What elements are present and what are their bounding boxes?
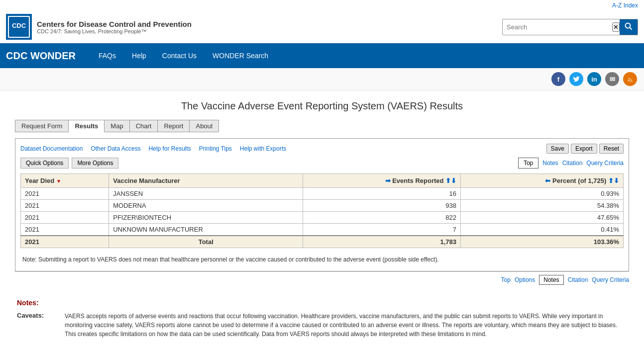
page-title: The Vaccine Adverse Event Reporting Syst… — [15, 100, 629, 112]
search-clear-button[interactable]: ✕ — [612, 22, 620, 32]
help-results-link[interactable]: Help for Results — [148, 145, 191, 152]
help-exports-link[interactable]: Help with Exports — [240, 145, 286, 152]
table-body: 2021 JANSSEN 16 0.93% 2021 MODERNA 938 5… — [21, 188, 624, 236]
events-arrow-icon: ➡ — [385, 177, 391, 184]
caveats-body: VAERS accepts reports of adverse events … — [65, 312, 627, 339]
cell-percent: 54.38% — [461, 200, 624, 212]
email-icon[interactable]: ✉ — [605, 72, 619, 86]
nav-help[interactable]: Help — [124, 45, 154, 67]
notes-link-top[interactable]: Notes — [542, 160, 558, 167]
cell-events: 938 — [303, 200, 461, 212]
results-box: Dataset Documentation Other Data Access … — [15, 138, 629, 271]
tab-results[interactable]: Results — [69, 120, 105, 132]
note-text: Note: Submitting a report to VAERS does … — [20, 253, 624, 266]
bottom-notes-button[interactable]: Notes — [539, 275, 563, 285]
bottom-citation-link[interactable]: Citation — [568, 276, 588, 283]
results-table: Year Died ▼ Vaccine Manufacturer ➡ Event… — [20, 173, 624, 248]
social-bar: f in ✉ — [0, 68, 644, 90]
search-input[interactable] — [503, 20, 612, 34]
quick-options-button[interactable]: Quick Options — [20, 158, 69, 169]
cell-events: 7 — [303, 224, 461, 236]
svg-point-6 — [628, 81, 629, 82]
sort-arrow-year: ▼ — [56, 178, 61, 184]
col-events-reported: ➡ Events Reported ⬆⬇ — [303, 174, 461, 188]
cell-manufacturer: JANSSEN — [109, 188, 303, 200]
cell-manufacturer: PFIZER\BIONTECH — [109, 212, 303, 224]
caveats-label: Caveats: — [17, 312, 57, 339]
table-row: 2021 JANSSEN 16 0.93% — [21, 188, 624, 200]
table-row: 2021 UNKNOWN MANUFACTURER 7 0.41% — [21, 224, 624, 236]
total-label: Total — [109, 236, 303, 248]
cell-manufacturer: UNKNOWN MANUFACTURER — [109, 224, 303, 236]
other-data-link[interactable]: Other Data Access — [91, 145, 140, 152]
cell-percent: 47.65% — [461, 212, 624, 224]
logo-area: CDC Centers for Disease Control and Prev… — [6, 14, 192, 40]
cell-year: 2021 — [21, 224, 109, 236]
tab-report[interactable]: Report — [158, 120, 190, 132]
percent-arrow-icon: ⬅ — [545, 177, 550, 184]
options-right: Top Notes Citation Query Criteria — [518, 158, 624, 169]
nav-faqs[interactable]: FAQs — [91, 45, 124, 67]
col-year-died: Year Died ▼ — [21, 174, 109, 188]
twitter-icon[interactable] — [569, 72, 583, 86]
org-name: Centers for Disease Control and Preventi… — [37, 20, 192, 28]
cell-percent: 0.93% — [461, 188, 624, 200]
reset-button[interactable]: Reset — [599, 144, 624, 154]
notes-section: Notes: Caveats: VAERS accepts reports of… — [15, 294, 629, 346]
tab-about[interactable]: About — [190, 120, 219, 132]
notes-title: Notes: — [17, 299, 627, 307]
main-content: The Vaccine Adverse Event Reporting Syst… — [0, 90, 644, 346]
table-row: 2021 PFIZER\BIONTECH 822 47.65% — [21, 212, 624, 224]
col-vaccine-manufacturer: Vaccine Manufacturer — [109, 174, 303, 188]
site-header: CDC Centers for Disease Control and Prev… — [0, 11, 644, 43]
facebook-icon[interactable]: f — [551, 72, 565, 86]
cdc-logo: CDC — [6, 14, 32, 40]
top-button[interactable]: Top — [518, 158, 538, 169]
tab-request-form[interactable]: Request Form — [15, 120, 69, 132]
az-index-link[interactable]: A-Z Index — [612, 2, 638, 9]
more-options-button[interactable]: More Options — [72, 158, 118, 169]
bottom-query-criteria-link[interactable]: Query Criteria — [592, 276, 629, 283]
cell-year: 2021 — [21, 200, 109, 212]
bottom-links: Top Options Notes Citation Query Criteri… — [15, 271, 629, 288]
total-percent: 103.36% — [461, 236, 624, 248]
save-button[interactable]: Save — [546, 144, 569, 154]
linkedin-icon[interactable]: in — [587, 72, 601, 86]
nav-contact[interactable]: Contact Us — [154, 45, 205, 67]
action-buttons: Save Export Reset — [546, 144, 624, 154]
tab-chart[interactable]: Chart — [130, 120, 158, 132]
query-criteria-link-top[interactable]: Query Criteria — [586, 160, 624, 167]
cell-events: 822 — [303, 212, 461, 224]
bottom-top-link[interactable]: Top — [501, 276, 511, 283]
bottom-options-link[interactable]: Options — [515, 276, 535, 283]
dataset-doc-link[interactable]: Dataset Documentation — [20, 145, 83, 152]
sort-arrows-percent: ⬆⬇ — [608, 177, 619, 184]
site-brand: CDC WONDER — [6, 50, 76, 62]
rss-icon[interactable] — [623, 72, 637, 86]
nav-bar: CDC WONDER FAQs Help Contact Us WONDER S… — [0, 43, 644, 68]
svg-line-5 — [630, 27, 632, 29]
search-form: ✕ — [502, 19, 638, 35]
svg-text:CDC: CDC — [12, 22, 26, 29]
citation-link-top[interactable]: Citation — [562, 160, 583, 167]
sort-arrows-events: ⬆⬇ — [445, 177, 456, 184]
col-percent: ⬅ Percent (of 1,725) ⬆⬇ — [461, 174, 624, 188]
org-text: Centers for Disease Control and Preventi… — [37, 20, 192, 34]
total-events: 1,783 — [303, 236, 461, 248]
main-nav: FAQs Help Contact Us WONDER Search — [91, 45, 276, 67]
search-submit-button[interactable] — [620, 19, 638, 35]
total-year: 2021 — [21, 236, 109, 248]
links-row: Dataset Documentation Other Data Access … — [20, 144, 624, 154]
total-row: 2021 Total 1,783 103.36% — [21, 236, 624, 248]
org-tagline: CDC 24/7: Saving Lives, Protecting Peopl… — [37, 28, 192, 34]
caveats-row: Caveats: VAERS accepts reports of advers… — [17, 312, 627, 339]
printing-tips-link[interactable]: Printing Tips — [199, 145, 232, 152]
table-row: 2021 MODERNA 938 54.38% — [21, 200, 624, 212]
cell-manufacturer: MODERNA — [109, 200, 303, 212]
export-button[interactable]: Export — [571, 144, 597, 154]
tab-map[interactable]: Map — [105, 120, 129, 132]
cell-percent: 0.41% — [461, 224, 624, 236]
nav-wonder-search[interactable]: WONDER Search — [205, 45, 276, 67]
tabs: Request Form Results Map Chart Report Ab… — [15, 120, 629, 132]
cell-year: 2021 — [21, 212, 109, 224]
